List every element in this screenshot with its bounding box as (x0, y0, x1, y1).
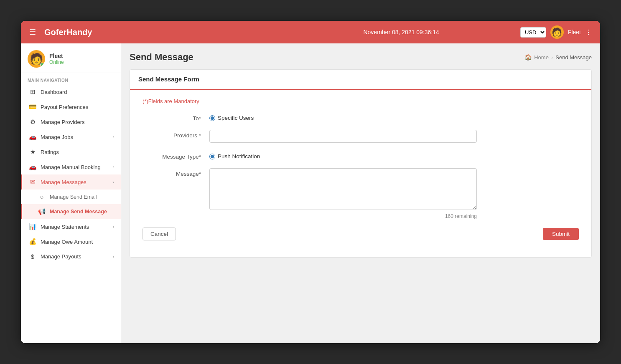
online-indicator (40, 63, 44, 67)
content-area: Send Message 🏠 Home › Send Message Send … (121, 43, 600, 343)
sidebar-item-owe-amount[interactable]: 💰 Manage Owe Amount (21, 234, 121, 249)
sidebar-item-payout-prefs[interactable]: 💳 Payout Preferences (21, 99, 121, 114)
brand-name: GoferHandy (44, 28, 282, 37)
page-header: Send Message 🏠 Home › Send Message (130, 52, 592, 63)
sidebar-item-label: Manage Send Message (50, 209, 107, 215)
chevron-icon: ‹ (112, 164, 114, 169)
sidebar-item-manage-statements[interactable]: 📊 Manage Statements ‹ (21, 219, 121, 234)
cancel-button[interactable]: Cancel (143, 228, 176, 240)
sidebar-user-info: Fleet Online (49, 53, 64, 65)
sidebar-item-manual-booking[interactable]: 🚗 Manage Manual Booking ‹ (21, 159, 121, 174)
topbar: ☰ GoferHandy November 08, 2021 09:36:14 … (21, 21, 600, 43)
chevron-icon: ‹ (112, 254, 114, 259)
form-actions: Cancel Submit (143, 228, 579, 245)
sidebar-item-send-email[interactable]: ○ Manage Send Email (21, 190, 121, 204)
mandatory-note: (*)Fields are Mandatory (143, 98, 579, 104)
form-card-title: Send Message Form (138, 76, 199, 83)
providers-control-wrap (209, 130, 477, 143)
home-icon: 🏠 (524, 54, 532, 61)
sidebar-item-label: Manage Owe Amount (41, 239, 93, 245)
breadcrumb-current: Send Message (555, 54, 592, 61)
message-type-radio-group: Push Notification (209, 151, 477, 159)
message-type-form-group: Message Type* Push Notification (143, 151, 579, 160)
manual-booking-icon: 🚗 (29, 163, 36, 171)
message-label: Message* (143, 168, 209, 177)
sidebar: 🧑 Fleet Online MAIN NAVIGATION ⊞ Dashboa… (21, 43, 121, 343)
providers-input[interactable] (209, 130, 477, 143)
to-specific-label: Specific Users (218, 115, 254, 121)
sidebar-item-label: Manage Providers (41, 119, 85, 125)
providers-form-group: Providers * (143, 130, 579, 143)
message-type-control-wrap: Push Notification (209, 151, 477, 159)
to-label: To* (143, 113, 209, 121)
sidebar-item-send-message[interactable]: 📢 Manage Send Message (21, 204, 121, 219)
sidebar-item-label: Manage Payouts (41, 253, 81, 260)
breadcrumb-home[interactable]: Home (534, 54, 549, 61)
sidebar-item-label: Manage Manual Booking (41, 164, 101, 170)
breadcrumb-separator: › (551, 54, 553, 61)
sidebar-avatar: 🧑 (28, 50, 45, 68)
sidebar-item-manage-jobs[interactable]: 🚗 Manage Jobs ‹ (21, 129, 121, 144)
send-email-icon: ○ (38, 193, 46, 200)
chevron-icon: ‹ (112, 224, 114, 229)
sidebar-item-label: Manage Send Email (50, 194, 97, 200)
chevron-down-icon: › (112, 179, 114, 185)
to-control-wrap: Specific Users (209, 113, 477, 121)
menu-icon[interactable]: ☰ (29, 28, 36, 37)
topbar-right: USD EUR 🧑 Fleet ⋮ (520, 25, 592, 39)
send-message-form-card: Send Message Form (*)Fields are Mandator… (130, 69, 592, 258)
providers-label: Providers * (143, 130, 209, 139)
sidebar-item-manage-providers[interactable]: ⚙ Manage Providers (21, 114, 121, 129)
message-type-label: Message Type* (143, 151, 209, 160)
sidebar-item-label: Manage Messages (41, 179, 87, 185)
sidebar-item-manage-payouts[interactable]: $ Manage Payouts ‹ (21, 249, 121, 264)
push-notification-radio[interactable] (209, 154, 215, 159)
datetime-display: November 08, 2021 09:36:14 (282, 29, 520, 35)
form-card-header: Send Message Form (130, 70, 591, 90)
remaining-chars: 160 remaining (209, 213, 477, 219)
to-specific-radio[interactable] (209, 115, 215, 121)
share-icon[interactable]: ⋮ (585, 28, 592, 36)
jobs-icon: 🚗 (29, 133, 36, 141)
sidebar-item-label: Manage Jobs (41, 134, 73, 140)
breadcrumb: 🏠 Home › Send Message (524, 54, 592, 61)
statements-icon: 📊 (29, 223, 36, 230)
sidebar-item-label: Ratings (41, 149, 59, 155)
message-form-group: Message* 160 remaining (143, 168, 579, 219)
messages-icon: ✉ (29, 178, 36, 186)
sidebar-item-label: Manage Statements (41, 224, 89, 230)
message-textarea[interactable] (209, 168, 477, 210)
push-notification-label: Push Notification (218, 153, 260, 159)
chevron-icon: ‹ (112, 134, 114, 139)
sidebar-item-manage-messages[interactable]: ✉ Manage Messages › (21, 174, 121, 190)
payouts-icon: $ (29, 253, 36, 260)
main-layout: 🧑 Fleet Online MAIN NAVIGATION ⊞ Dashboa… (21, 43, 600, 343)
submit-button[interactable]: Submit (543, 228, 579, 240)
send-message-icon: 📢 (38, 208, 46, 215)
to-form-group: To* Specific Users (143, 113, 579, 121)
payout-icon: 💳 (29, 103, 36, 111)
sidebar-item-dashboard[interactable]: ⊞ Dashboard (21, 84, 121, 99)
message-control-wrap: 160 remaining (209, 168, 477, 219)
form-card-body: (*)Fields are Mandatory To* Specific Use… (130, 90, 591, 257)
currency-selector[interactable]: USD EUR (520, 27, 546, 38)
sidebar-username: Fleet (49, 53, 64, 59)
topbar-username: Fleet (568, 29, 581, 35)
sidebar-user: 🧑 Fleet Online (21, 43, 121, 73)
sidebar-item-ratings[interactable]: ★ Ratings (21, 144, 121, 159)
topbar-avatar: 🧑 (550, 25, 564, 39)
sidebar-item-label: Dashboard (41, 89, 67, 95)
owe-amount-icon: 💰 (29, 238, 36, 245)
dashboard-icon: ⊞ (29, 88, 36, 96)
to-radio-group: Specific Users (209, 113, 477, 121)
providers-icon: ⚙ (29, 118, 36, 126)
sidebar-section-label: MAIN NAVIGATION (21, 73, 121, 84)
sidebar-item-label: Payout Preferences (41, 104, 88, 110)
page-title: Send Message (130, 52, 193, 63)
sidebar-status: Online (49, 59, 64, 65)
ratings-icon: ★ (29, 148, 36, 156)
